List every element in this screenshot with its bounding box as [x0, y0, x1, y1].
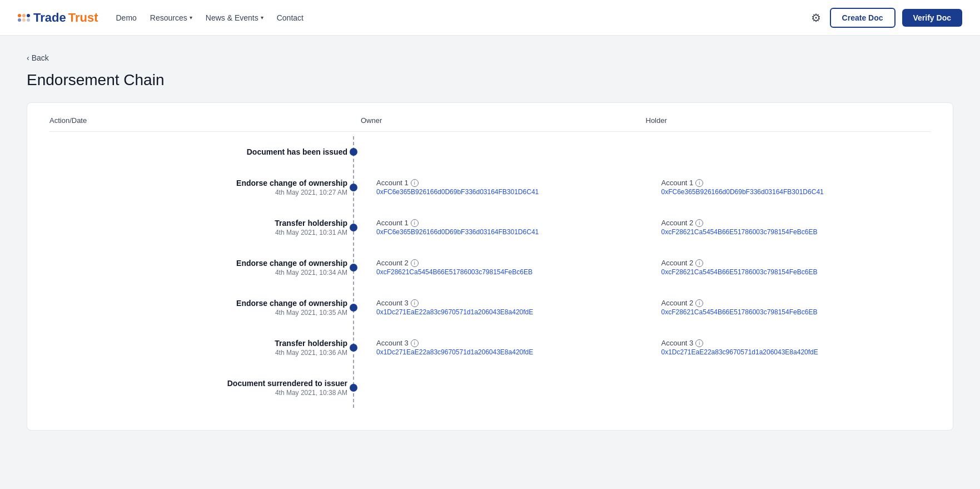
endorsement-card: Action/Date Owner Holder Document has be… — [27, 102, 953, 431]
holder-cell: Account 1 i 0xFC6e365B926166d0D69bF336d0… — [646, 179, 931, 196]
timeline-dot — [350, 264, 357, 271]
owner-name: Account 2 i — [376, 259, 646, 267]
page-title: Endorsement Chain — [27, 71, 953, 89]
col-action-date: Action/Date — [49, 116, 361, 125]
timeline-dot — [350, 148, 357, 156]
info-icon[interactable]: i — [695, 179, 703, 187]
holder-hash: 0x1Dc271EaE22a83c9670571d1a206043E8a420f… — [661, 348, 931, 356]
action-date: 4th May 2021, 10:34 AM — [275, 269, 347, 276]
owner-cell: Account 3 i 0x1Dc271EaE22a83c9670571d1a2… — [361, 339, 646, 356]
action-label: Endorse change of ownership — [236, 179, 347, 187]
gear-icon: ⚙ — [811, 12, 821, 24]
timeline-dot — [350, 184, 357, 191]
nav-left: TradeTrust Demo Resources ▾ News & Event… — [18, 11, 304, 25]
timeline-dot — [350, 304, 357, 312]
chevron-down-icon: ▾ — [190, 14, 192, 21]
nav-contact[interactable]: Contact — [277, 13, 304, 22]
owner-name: Account 3 i — [376, 339, 646, 347]
holder-hash: 0xFC6e365B926166d0D69bF336d03164FB301D6C… — [661, 188, 931, 196]
info-icon[interactable]: i — [411, 339, 419, 347]
info-icon[interactable]: i — [411, 219, 419, 227]
navbar: TradeTrust Demo Resources ▾ News & Event… — [0, 0, 980, 36]
chain-timeline-line — [353, 136, 354, 408]
timeline-dot — [350, 224, 357, 231]
action-date: 4th May 2021, 10:35 AM — [275, 309, 347, 317]
holder-name: Account 2 i — [661, 219, 931, 227]
logo[interactable]: TradeTrust — [18, 11, 98, 25]
action-label: Document surrendered to issuer — [227, 379, 347, 388]
action-cell: Document surrendered to issuer 4th May 2… — [49, 379, 361, 397]
col-holder: Holder — [646, 116, 931, 125]
chain-row: Endorse change of ownership 4th May 2021… — [49, 167, 931, 208]
action-label: Endorse change of ownership — [236, 259, 347, 268]
info-icon[interactable]: i — [695, 339, 703, 347]
chain-row: Transfer holdership 4th May 2021, 10:36 … — [49, 328, 931, 368]
nav-resources[interactable]: Resources ▾ — [150, 13, 192, 22]
timeline-dot — [350, 344, 357, 352]
action-cell: Transfer holdership 4th May 2021, 10:31 … — [49, 219, 361, 236]
chain-row: Endorse change of ownership 4th May 2021… — [49, 288, 931, 328]
info-icon[interactable]: i — [695, 299, 703, 307]
create-doc-button[interactable]: Create Doc — [830, 8, 896, 28]
info-icon[interactable]: i — [411, 259, 419, 267]
settings-button[interactable]: ⚙ — [809, 9, 823, 27]
info-icon[interactable]: i — [695, 219, 703, 227]
owner-hash: 0xFC6e365B926166d0D69bF336d03164FB301D6C… — [376, 188, 646, 196]
owner-cell: Account 2 i 0xcF28621Ca5454B66E51786003c… — [361, 259, 646, 276]
owner-cell: Account 1 i 0xFC6e365B926166d0D69bF336d0… — [361, 219, 646, 236]
col-owner: Owner — [361, 116, 646, 125]
verify-doc-button[interactable]: Verify Doc — [902, 9, 962, 27]
action-label: Document has been issued — [247, 147, 347, 156]
holder-cell: Account 2 i 0xcF28621Ca5454B66E51786003c… — [646, 219, 931, 236]
chevron-down-icon: ▾ — [261, 14, 263, 21]
owner-name: Account 1 i — [376, 219, 646, 227]
logo-trust: Trust — [68, 11, 98, 25]
holder-cell: Account 2 i 0xcF28621Ca5454B66E51786003c… — [646, 299, 931, 316]
chain-row: Document surrendered to issuer 4th May 2… — [49, 368, 931, 408]
action-cell: Endorse change of ownership 4th May 2021… — [49, 259, 361, 276]
owner-hash: 0x1Dc271EaE22a83c9670571d1a206043E8a420f… — [376, 308, 646, 316]
holder-name: Account 3 i — [661, 339, 931, 347]
chain-container: Document has been issued Endorse change … — [49, 136, 931, 408]
page-content: ‹ Back Endorsement Chain Action/Date Own… — [0, 36, 980, 489]
table-header: Action/Date Owner Holder — [49, 116, 931, 132]
owner-hash: 0xcF28621Ca5454B66E51786003c798154FeBc6E… — [376, 268, 646, 276]
nav-links: Demo Resources ▾ News & Events ▾ Contact — [116, 13, 304, 22]
nav-right: ⚙ Create Doc Verify Doc — [809, 8, 962, 28]
info-icon[interactable]: i — [411, 299, 419, 307]
owner-name: Account 1 i — [376, 179, 646, 187]
action-cell: Document has been issued — [49, 147, 361, 156]
nav-demo[interactable]: Demo — [116, 13, 137, 22]
holder-hash: 0xcF28621Ca5454B66E51786003c798154FeBc6E… — [661, 268, 931, 276]
owner-cell: Account 1 i 0xFC6e365B926166d0D69bF336d0… — [361, 179, 646, 196]
holder-cell: Account 3 i 0x1Dc271EaE22a83c9670571d1a2… — [646, 339, 931, 356]
timeline-dot — [350, 384, 357, 392]
chain-row: Endorse change of ownership 4th May 2021… — [49, 248, 931, 288]
logo-dots-icon — [18, 14, 30, 22]
action-label: Transfer holdership — [275, 219, 347, 228]
holder-name: Account 2 i — [661, 259, 931, 267]
holder-name: Account 1 i — [661, 179, 931, 187]
owner-hash: 0x1Dc271EaE22a83c9670571d1a206043E8a420f… — [376, 348, 646, 356]
holder-hash: 0xcF28621Ca5454B66E51786003c798154FeBc6E… — [661, 228, 931, 236]
info-icon[interactable]: i — [695, 259, 703, 267]
back-link[interactable]: ‹ Back — [27, 53, 953, 62]
action-cell: Transfer holdership 4th May 2021, 10:36 … — [49, 339, 361, 357]
chain-row: Document has been issued — [49, 136, 931, 167]
action-label: Transfer holdership — [275, 339, 347, 348]
holder-name: Account 2 i — [661, 299, 931, 307]
action-date: 4th May 2021, 10:36 AM — [275, 349, 347, 357]
holder-hash: 0xcF28621Ca5454B66E51786003c798154FeBc6E… — [661, 308, 931, 316]
chain-row: Transfer holdership 4th May 2021, 10:31 … — [49, 208, 931, 248]
owner-hash: 0xFC6e365B926166d0D69bF336d03164FB301D6C… — [376, 228, 646, 236]
info-icon[interactable]: i — [411, 179, 419, 187]
action-cell: Endorse change of ownership 4th May 2021… — [49, 179, 361, 196]
owner-name: Account 3 i — [376, 299, 646, 307]
nav-news-events[interactable]: News & Events ▾ — [206, 13, 263, 22]
back-arrow-icon: ‹ — [27, 53, 29, 62]
logo-trade: Trade — [33, 11, 66, 25]
holder-cell: Account 2 i 0xcF28621Ca5454B66E51786003c… — [646, 259, 931, 276]
action-date: 4th May 2021, 10:27 AM — [275, 189, 347, 196]
owner-cell: Account 3 i 0x1Dc271EaE22a83c9670571d1a2… — [361, 299, 646, 316]
action-date: 4th May 2021, 10:31 AM — [275, 229, 347, 236]
